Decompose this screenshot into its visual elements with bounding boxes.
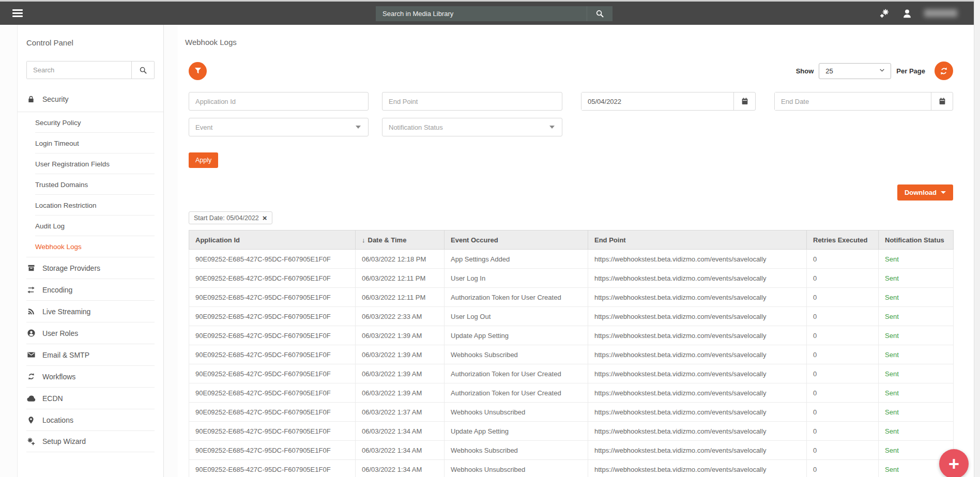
end-point-cell: https://webhookstest.beta.vidizmo.com/ev… xyxy=(588,326,807,345)
user-roles-icon xyxy=(26,329,36,338)
column-header-event-occured[interactable]: Event Occured xyxy=(445,230,588,250)
chevron-down-icon xyxy=(879,67,885,75)
sidebar-section-security[interactable]: Security xyxy=(26,95,155,112)
search-icon xyxy=(595,9,605,19)
topbar-right xyxy=(879,2,957,25)
remove-filter-icon[interactable]: × xyxy=(263,214,267,222)
event-cell: Authorization Token for User Created xyxy=(445,288,588,307)
storage-icon xyxy=(26,264,36,273)
window-top-edge xyxy=(0,0,980,2)
sidebar-section-label: User Roles xyxy=(42,329,78,337)
table-row: 90E09252-E685-427C-95DC-F607905E1F0F06/0… xyxy=(189,460,954,477)
sidebar-item-security-policy[interactable]: Security Policy xyxy=(26,112,155,133)
table-body: 90E09252-E685-427C-95DC-F607905E1F0F06/0… xyxy=(189,250,954,477)
retries-cell: 0 xyxy=(807,307,879,326)
user-avatar-icon[interactable] xyxy=(901,8,913,19)
app-id-cell: 90E09252-E685-427C-95DC-F607905E1F0F xyxy=(189,288,356,307)
sidebar-section-workflows[interactable]: Workflows xyxy=(26,365,155,387)
refresh-button[interactable] xyxy=(935,61,953,80)
sidebar-title: Control Panel xyxy=(26,38,155,47)
page-size-select[interactable]: 25 xyxy=(819,63,891,79)
sidebar-search-input[interactable] xyxy=(27,61,131,79)
apply-button[interactable]: Apply xyxy=(189,152,218,168)
start-date-input[interactable] xyxy=(581,93,733,110)
status-cell: Sent xyxy=(879,250,954,269)
sidebar-item-webhook-logs[interactable]: Webhook Logs xyxy=(26,236,155,257)
sidebar-item-user-registration-fields[interactable]: User Registration Fields xyxy=(26,153,155,174)
column-header-notification-status[interactable]: Notification Status xyxy=(879,230,954,250)
app-id-cell: 90E09252-E685-427C-95DC-F607905E1F0F xyxy=(189,307,356,326)
sidebar-section-live-streaming[interactable]: Live Streaming xyxy=(26,300,155,322)
status-cell: Sent xyxy=(879,269,954,288)
download-button[interactable]: Download xyxy=(897,184,953,201)
sort-desc-icon: ↓ xyxy=(362,236,365,244)
scrollbar-track[interactable] xyxy=(974,0,980,477)
table-row: 90E09252-E685-427C-95DC-F607905E1F0F06/0… xyxy=(189,441,954,460)
sidebar-section-user-roles[interactable]: User Roles xyxy=(26,322,155,344)
workflows-icon xyxy=(26,372,36,381)
end-date-input[interactable] xyxy=(775,93,931,110)
retries-cell: 0 xyxy=(807,250,879,269)
left-gutter xyxy=(0,25,17,477)
sidebar-item-login-timeout[interactable]: Login Timeout xyxy=(26,133,155,153)
status-cell: Sent xyxy=(879,403,954,422)
sidebar-section-email-smtp[interactable]: Email & SMTP xyxy=(26,344,155,365)
download-label: Download xyxy=(905,189,937,196)
control-panel-sidebar: Control Panel Security Security PolicyLo… xyxy=(17,25,164,477)
sidebar-section-storage-providers[interactable]: Storage Providers xyxy=(26,257,155,279)
start-date-calendar-button[interactable] xyxy=(733,93,755,110)
retries-cell: 0 xyxy=(807,422,879,441)
end-point-filter-input[interactable] xyxy=(382,92,562,111)
locations-icon xyxy=(26,416,36,425)
end-date-calendar-button[interactable] xyxy=(931,93,953,110)
start-date-filter-chip: Start Date: 05/04/2022 × xyxy=(189,211,272,224)
sidebar-section-locations[interactable]: Locations xyxy=(26,409,155,430)
date-time-cell: 06/03/2022 1:34 AM xyxy=(356,422,445,441)
column-header-application-id[interactable]: Application Id xyxy=(189,230,356,250)
sidebar-section-label: Setup Wizard xyxy=(42,437,86,445)
event-cell: Webhooks Subscribed xyxy=(445,345,588,364)
sidebar-section-setup-wizard[interactable]: Setup Wizard xyxy=(26,430,155,452)
filter-chip-label: Start Date: 05/04/2022 xyxy=(194,214,259,222)
event-cell: User Log Out xyxy=(445,307,588,326)
media-library-search-input[interactable] xyxy=(376,6,587,21)
admin-tools-gears-icon[interactable] xyxy=(879,8,890,19)
sidebar-section-ecdn[interactable]: ECDN xyxy=(26,387,155,409)
end-point-cell: https://webhookstest.beta.vidizmo.com/ev… xyxy=(588,364,807,383)
sidebar-item-location-restriction[interactable]: Location Restriction xyxy=(26,195,155,216)
sidebar-section-encoding[interactable]: Encoding xyxy=(26,279,155,300)
retries-cell: 0 xyxy=(807,383,879,403)
sidebar-section-label: Locations xyxy=(42,416,73,424)
table-row: 90E09252-E685-427C-95DC-F607905E1F0F06/0… xyxy=(189,383,954,403)
lock-icon xyxy=(26,95,36,104)
sidebar-section-label: Security xyxy=(42,95,69,103)
sidebar-search xyxy=(26,61,155,79)
app-id-cell: 90E09252-E685-427C-95DC-F607905E1F0F xyxy=(189,326,356,345)
webhook-logs-table: Application Id↓Date & TimeEvent OccuredE… xyxy=(189,230,954,477)
main-content: Webhook Logs Show 25 Per Page xyxy=(178,25,973,477)
status-cell: Sent xyxy=(879,288,954,307)
sidebar-item-trusted-domains[interactable]: Trusted Domains xyxy=(26,174,155,195)
sidebar-search-button[interactable] xyxy=(131,61,154,79)
sidebar-item-audit-log[interactable]: Audit Log xyxy=(26,216,155,236)
table-row: 90E09252-E685-427C-95DC-F607905E1F0F06/0… xyxy=(189,269,954,288)
column-header-end-point[interactable]: End Point xyxy=(588,230,807,250)
add-webhook-fab-button[interactable]: + xyxy=(939,449,969,477)
hamburger-menu-icon[interactable] xyxy=(12,9,23,17)
column-header-retries-executed[interactable]: Retries Executed xyxy=(807,230,879,250)
column-header-date-time[interactable]: ↓Date & Time xyxy=(356,230,445,250)
notification-status-filter-select[interactable]: Notification Status xyxy=(382,118,562,136)
retries-cell: 0 xyxy=(807,460,879,477)
app-id-cell: 90E09252-E685-427C-95DC-F607905E1F0F xyxy=(189,383,356,403)
event-filter-select[interactable]: Event xyxy=(189,118,369,136)
start-date-filter xyxy=(581,92,756,111)
caret-down-icon xyxy=(356,126,361,129)
table-header: Application Id↓Date & TimeEvent OccuredE… xyxy=(189,230,954,250)
app-id-cell: 90E09252-E685-427C-95DC-F607905E1F0F xyxy=(189,364,356,383)
search-button[interactable] xyxy=(587,6,612,21)
application-id-filter-input[interactable] xyxy=(189,92,369,111)
username-redacted[interactable] xyxy=(924,9,957,17)
filter-toggle-button[interactable] xyxy=(189,62,207,80)
live-streaming-icon xyxy=(26,307,36,316)
media-library-search xyxy=(376,6,612,21)
